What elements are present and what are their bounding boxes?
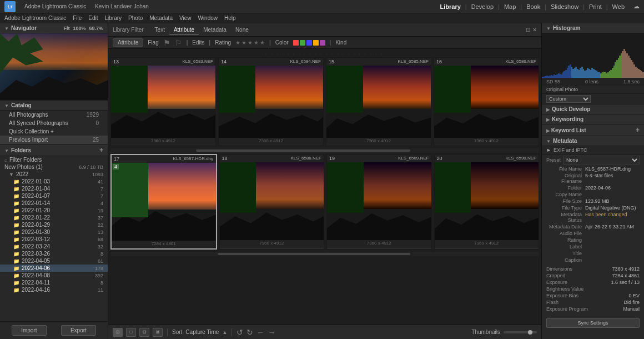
filter-tab-text[interactable]: Text <box>150 26 169 34</box>
nav-tab-web[interactable]: Web <box>608 2 629 11</box>
filter-tab-none[interactable]: None <box>231 26 253 34</box>
folder-2022-03-24[interactable]: 📁 2022-03-24 32 <box>0 243 108 250</box>
unflag-icon[interactable]: ⚐ <box>175 38 182 47</box>
folder-2022[interactable]: ▼ 2022 1093 <box>0 171 108 178</box>
navigator-header[interactable]: ▼Navigator Fit 100% 68.7% <box>0 23 108 33</box>
filter-close-icon[interactable]: ✕ <box>532 27 537 33</box>
navigator-preview[interactable] <box>0 33 108 100</box>
menu-library[interactable]: Library <box>105 15 122 21</box>
catalog-quick-collection[interactable]: Quick Collection + <box>0 127 108 136</box>
metadata-header[interactable]: ▼Metadata <box>542 136 644 146</box>
folder-2022-03-26[interactable]: 📁 2022-03-26 8 <box>0 250 108 257</box>
folder-2022-04-11[interactable]: 📁 2022-04-11 8 <box>0 279 108 286</box>
add-keyword-button[interactable]: + <box>636 126 640 134</box>
histogram-header[interactable]: ▼Histogram <box>542 23 644 33</box>
folder-2022-01-20[interactable]: 📁 2022-01-20 19 <box>0 207 108 214</box>
filter-tab-attribute[interactable]: Attribute <box>169 26 199 34</box>
filter-tab-metadata[interactable]: Metadata <box>199 26 231 34</box>
prev-arrow-icon[interactable]: ← <box>256 328 264 337</box>
color-purple[interactable] <box>320 40 325 46</box>
menu-edit[interactable]: Edit <box>88 15 98 21</box>
folder-2022-01-22[interactable]: 📁 2022-01-22 37 <box>0 214 108 221</box>
export-button[interactable]: Export <box>61 325 96 336</box>
keywording-header[interactable]: ▶Keywording <box>542 114 644 124</box>
rotate-right-icon[interactable]: ↻ <box>246 328 253 337</box>
catalog-synced[interactable]: All Synced Photographs 0 <box>0 119 108 127</box>
folder-2022-01-29[interactable]: 📁 2022-01-29 22 <box>0 221 108 228</box>
filter-expand-icon[interactable]: ⊡ <box>526 27 530 33</box>
nav-tab-map[interactable]: Map <box>500 2 520 11</box>
sort-direction-icon[interactable]: ▲ <box>222 330 227 335</box>
menu-photo[interactable]: Photo <box>128 15 143 21</box>
star-3[interactable]: ★ <box>248 39 253 46</box>
star-2[interactable]: ★ <box>242 39 246 46</box>
catalog-all-photos[interactable]: All Photographs 1929 <box>0 111 108 119</box>
grid-cell-14[interactable]: 14 KLS_6584.NEF 7360 x 4912 <box>218 57 324 146</box>
nav-tab-library[interactable]: Library <box>436 2 465 11</box>
grid-cell-20[interactable]: 20 KLS_6590.NEF 7360 x 4912 <box>434 154 540 250</box>
folder-2022-04-06[interactable]: 📁 2022-04-06 178 <box>0 265 108 272</box>
menu-lr[interactable]: Adobe Lightroom Classic <box>4 15 66 21</box>
folder-2022-01-07[interactable]: 📁 2022-01-07 7 <box>0 192 108 200</box>
nav-tab-print[interactable]: Print <box>585 2 606 11</box>
grid-cell-15[interactable]: 15 KLS_6585.NEF 7360 x 4912 <box>326 57 431 146</box>
folder-2022-01-14[interactable]: 📁 2022-01-14 4 <box>0 200 108 207</box>
color-red[interactable] <box>293 40 299 46</box>
rotate-left-icon[interactable]: ↺ <box>237 328 243 337</box>
color-yellow[interactable] <box>313 40 319 46</box>
grid-cell-13[interactable]: 13 KLS_6583.NEF 7360 x 4912 <box>110 57 216 146</box>
folders-header[interactable]: ▼Folders + <box>0 144 108 156</box>
filter-folders[interactable]: ⌕ Filter Folders <box>0 156 108 163</box>
import-button[interactable]: Import <box>12 325 46 336</box>
star-1[interactable]: ★ <box>235 39 240 46</box>
folder-root[interactable]: New Photos (1) 6.9 / 18 TB <box>0 163 108 171</box>
star-4[interactable]: ★ <box>254 39 259 46</box>
folder-2022-03-12[interactable]: 📁 2022-03-12 68 <box>0 236 108 243</box>
cloud-icon[interactable]: ☁ <box>633 3 640 10</box>
folder-2022-04-16[interactable]: 📁 2022-04-16 11 <box>0 286 108 293</box>
nav-68[interactable]: 68.7% <box>89 26 103 31</box>
attribute-button[interactable]: Attribute <box>113 38 143 47</box>
exif-toggle[interactable]: ► EXIF and IPTC <box>542 146 644 154</box>
grid-cell-17[interactable]: 17 KLS_6587-HDR.dng 4 7284 x 4861 <box>110 154 217 250</box>
star-5[interactable]: ★ <box>260 39 265 46</box>
sync-settings-button[interactable]: Sync Settings <box>546 318 640 328</box>
menu-view[interactable]: View <box>179 15 192 21</box>
row-scrollbar-2[interactable] <box>110 252 539 256</box>
view-grid-button[interactable]: ⊞ <box>113 328 123 337</box>
quick-develop-header[interactable]: ▶Quick Develop <box>542 104 644 114</box>
menu-metadata[interactable]: Metadata <box>149 15 173 21</box>
rating-stars[interactable]: ★ ★ ★ ★ ★ <box>235 39 265 46</box>
folder-2022-04-08[interactable]: 📁 2022-04-08 392 <box>0 272 108 279</box>
add-folder-button[interactable]: + <box>99 146 103 154</box>
grid-cell-19[interactable]: 19 KLS_6589.NEF 7360 x 4912 <box>326 154 432 250</box>
view-survey-button[interactable]: ⊠ <box>153 328 163 337</box>
folder-2022-01-30[interactable]: 📁 2022-01-30 13 <box>0 228 108 236</box>
catalog-header[interactable]: ▼Catalog <box>0 101 108 111</box>
original-photo-select[interactable]: Custom <box>546 95 591 103</box>
view-compare-button[interactable]: ⊟ <box>139 328 149 337</box>
color-blue[interactable] <box>306 40 312 46</box>
menu-help[interactable]: Help <box>224 15 236 21</box>
nav-tab-book[interactable]: Book <box>522 2 545 11</box>
grid-cell-16[interactable]: 16 KLS_6586.NEF 7360 x 4912 <box>434 57 539 146</box>
menu-file[interactable]: File <box>73 15 82 21</box>
row-scrollbar-1[interactable] <box>110 148 539 153</box>
flag-icon[interactable]: ⚑ <box>163 38 170 47</box>
view-loupe-button[interactable]: □ <box>126 328 136 337</box>
nav-fit[interactable]: Fit <box>63 26 69 31</box>
metadata-preset-select[interactable]: None <box>563 156 640 164</box>
folder-2022-01-03[interactable]: 📁 2022-01-03 41 <box>0 178 108 185</box>
keyword-list-header[interactable]: ▶ Keyword List + <box>542 124 644 136</box>
folder-2022-01-04[interactable]: 📁 2022-01-04 7 <box>0 185 108 192</box>
folder-2022-04-05[interactable]: 📁 2022-04-05 61 <box>0 257 108 265</box>
grid-cell-18[interactable]: 18 KLS_6588.NEF 7360 x 4912 <box>219 154 325 250</box>
menu-window[interactable]: Window <box>198 15 218 21</box>
catalog-previous-import[interactable]: Previous Import 25 <box>0 136 108 144</box>
thumbnail-slider[interactable] <box>504 331 537 333</box>
next-arrow-icon[interactable]: → <box>268 328 275 337</box>
nav-100[interactable]: 100% <box>73 26 85 31</box>
color-green[interactable] <box>300 40 305 46</box>
nav-tab-develop[interactable]: Develop <box>467 2 498 11</box>
sort-value[interactable]: Capture Time <box>185 329 219 335</box>
